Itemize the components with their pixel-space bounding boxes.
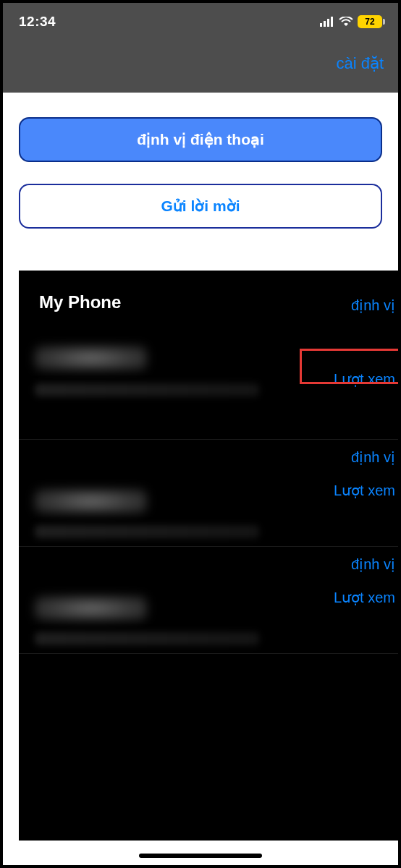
locate-phone-button[interactable]: định vị điện thoại: [19, 117, 382, 162]
svg-rect-2: [327, 19, 329, 27]
battery-level: 72: [365, 17, 374, 27]
annotation-highlight-box: [300, 349, 401, 384]
battery-icon: 72: [358, 15, 382, 28]
status-time: 12:34: [19, 14, 56, 30]
status-bar: 12:34 72: [3, 3, 398, 41]
svg-rect-0: [320, 23, 322, 27]
nav-bar: cài đặt: [3, 41, 398, 93]
svg-rect-1: [324, 21, 326, 27]
views-link[interactable]: Lượt xem: [334, 482, 395, 499]
panel-top-locate-link[interactable]: định vị: [351, 297, 395, 314]
status-icons: 72: [320, 15, 382, 28]
phone-list-item: định vị Lượt xem: [19, 440, 398, 547]
send-invite-button[interactable]: Gửi lời mời: [19, 184, 382, 229]
svg-rect-3: [331, 17, 333, 27]
redacted-content: [19, 556, 279, 646]
cellular-signal-icon: [320, 17, 334, 27]
panel-title: My Phone: [19, 271, 398, 312]
home-indicator: [139, 854, 262, 858]
button-area: định vị điện thoại Gửi lời mời: [3, 93, 398, 229]
wifi-icon: [339, 17, 353, 27]
locate-link[interactable]: định vị: [351, 556, 395, 573]
battery-cap-icon: [383, 19, 385, 25]
redacted-content: [19, 341, 279, 432]
phone-list-item: định vị Lượt xem: [19, 547, 398, 654]
views-link[interactable]: Lượt xem: [334, 589, 395, 606]
settings-link[interactable]: cài đặt: [336, 54, 384, 73]
locate-link[interactable]: định vị: [351, 448, 395, 466]
redacted-content: [19, 448, 279, 539]
